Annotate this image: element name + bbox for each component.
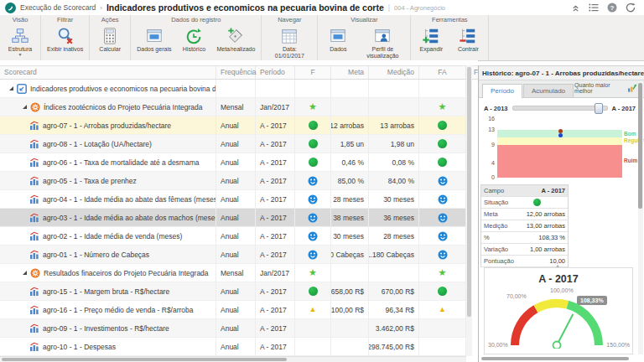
cell-f-status — [295, 319, 331, 337]
campo-row-meta: Meta12,00 arrobas — [481, 209, 568, 220]
status-ok-icon — [533, 199, 541, 206]
tree-expander-icon[interactable] — [9, 86, 13, 90]
ribbon-tab-filtrar[interactable]: Filtrar — [41, 15, 89, 25]
ribbon-tab-ferramentas[interactable]: Ferramentas — [411, 15, 488, 25]
ribbon-group-acoes: Ações Calcular — [90, 15, 131, 60]
slider-track[interactable] — [512, 106, 608, 111]
table-row[interactable]: agro-05 - 1 - Taxa de prenhez Anual A - … — [0, 172, 466, 190]
table-row[interactable]: Indicadores produtivos e economicos na p… — [0, 80, 466, 98]
table-row[interactable]: agro-09 - 1 - Investimentos - R$/hectare… — [0, 319, 466, 338]
table-row[interactable]: agro-02 - 1 - Idade média de venda (mese… — [0, 227, 466, 246]
column-header-medicao[interactable]: Medição — [369, 66, 419, 79]
breadcrumb-app[interactable]: Execução de Scorecard — [20, 3, 96, 12]
gauge-collapse-caret-icon[interactable]: ▲ — [555, 263, 560, 268]
scrollbar-thumb[interactable] — [467, 67, 471, 317]
row-label: agro-02 - 1 - Idade média de venda (mese… — [43, 232, 182, 240]
slider-from-label: A - 2013 — [484, 105, 508, 112]
topbar: Execução de Scorecard › Indicadores prod… — [0, 0, 644, 15]
calculator-icon — [101, 27, 119, 45]
cell-frequencia: Anual — [216, 282, 256, 300]
ribbon-button-exibir-inativos[interactable]: Exibir inativos — [43, 25, 87, 60]
gauge-title: A - 2017 — [485, 273, 632, 285]
collapse-all-icon[interactable] — [571, 3, 580, 13]
table-row[interactable]: agro-16 - 1 - Preço médio de venda - R$/… — [0, 301, 466, 319]
table-row[interactable]: agro-01 - 1 - Número de Cabeças Anual A … — [0, 246, 466, 264]
column-header-periodo[interactable]: Período — [256, 66, 295, 79]
cell-meta: 38 meses — [331, 209, 369, 226]
cell-f-status — [295, 153, 331, 171]
table-row[interactable]: Resultados finaceiros do Projeto Pecuári… — [0, 264, 466, 282]
campo-row-medicao: Medição13,00 arrobas — [481, 220, 568, 232]
column-header-scorecard[interactable]: Scorecard — [0, 66, 216, 79]
cell-medicao — [369, 98, 419, 116]
row-label: Índices zootécnicos do Projeto Pecuária … — [44, 103, 202, 111]
table-row[interactable]: agro-07 - 1 - Arrobas produzidas/hectare… — [0, 116, 466, 135]
ribbon-tab-acoes[interactable]: Ações — [90, 15, 130, 25]
history-band-chart: 1613940BomRegularRuim — [497, 119, 622, 178]
column-header-meta[interactable]: Meta — [331, 66, 369, 79]
table-row[interactable]: agro-06 - 1 - Taxa de mortalidade até a … — [0, 153, 466, 172]
cell-fa-status — [419, 135, 466, 153]
ribbon-button-expandir[interactable]: Expandir — [413, 25, 449, 60]
column-header-f[interactable]: F — [295, 66, 331, 79]
status-star-icon: ★ — [439, 268, 447, 277]
tree-expander-icon[interactable] — [23, 271, 27, 275]
table-row[interactable]: agro-10 - 1 - Despesas Anual A - 2017 29… — [0, 338, 466, 356]
ribbon-button-meta-realizado[interactable]: Meta/realizado — [212, 25, 259, 60]
panel-vertical-scrollbar[interactable] — [638, 81, 643, 354]
cell-periodo: A - 2017 — [256, 227, 295, 245]
title-pipe: | — [388, 3, 390, 12]
y-axis-tick: 4 — [481, 160, 495, 166]
ribbon-button-perfil-de-visualizacao[interactable]: Perfil de visualização — [356, 25, 408, 60]
ribbon-button-contrair[interactable]: Contrair — [449, 25, 486, 60]
table-vertical-scrollbar[interactable] — [466, 65, 472, 356]
table-row[interactable]: agro-15 - 1 - Margem bruta - R$/hectare … — [0, 282, 466, 301]
page-title: Indicadores produtivos e economicos na p… — [106, 3, 384, 13]
dropdown-caret-icon: ▼ — [18, 53, 23, 56]
cell-fa-status: ▲ — [419, 301, 466, 318]
view-list-icon[interactable] — [589, 3, 599, 12]
row-label: agro-16 - 1 - Preço médio de venda - R$/… — [43, 306, 194, 314]
status-smiley-icon — [308, 250, 318, 260]
cell-meta: 100,00 R$ — [331, 301, 369, 318]
table-body: Indicadores produtivos e economicos na p… — [0, 80, 466, 356]
ribbon-tab-visualizar[interactable]: Visualizar — [318, 15, 410, 25]
band-label-bom: Bom — [624, 131, 636, 137]
column-header-fa[interactable]: FA — [419, 66, 466, 79]
cell-f-status — [295, 209, 331, 226]
status-ok-icon — [438, 287, 447, 296]
ribbon-tab-navegar[interactable]: Navegar — [262, 15, 317, 25]
profile-icon — [373, 27, 392, 45]
ribbon-button-calcular[interactable]: Calcular — [91, 25, 128, 60]
row-label: Resultados finaceiros do Projeto Pecuári… — [44, 269, 209, 277]
refresh-icon[interactable] — [626, 3, 636, 13]
panel-tab-periodo[interactable]: Período — [482, 84, 522, 98]
cell-frequencia: Anual — [216, 301, 256, 318]
ribbon-button-data-01-01-2017[interactable]: Data: 01/01/2017 ▼ — [263, 25, 315, 64]
panel-tab-acumulado[interactable]: Acumulado — [523, 84, 574, 97]
column-header-frequencia[interactable]: Frequência — [216, 66, 256, 79]
table-horizontal-scrollbar[interactable] — [0, 356, 466, 362]
cell-medicao: 96,34 R$ — [369, 301, 419, 318]
scrollbar-thumb[interactable] — [481, 357, 629, 360]
scrollbar-thumb[interactable] — [2, 358, 287, 361]
scrollbar-thumb[interactable] — [638, 83, 642, 209]
table-row[interactable]: agro-08 - 1 - Lotação (UA/hectare) Anual… — [0, 135, 466, 153]
ribbon-tab-dados-do-registro[interactable]: Dados do registro — [131, 15, 261, 25]
ribbon-button-dados-gerais[interactable]: Dados gerais — [132, 25, 175, 60]
panel-tabbar: PeríodoAcumulado Quanto maior melhor — [479, 80, 644, 98]
panel-horizontal-scrollbar[interactable] — [481, 357, 635, 360]
table-row[interactable]: Índices zootécnicos do Projeto Pecuária … — [0, 98, 466, 116]
slider-handle[interactable] — [595, 103, 603, 114]
row-label: agro-05 - 1 - Taxa de prenhez — [43, 177, 137, 185]
table-row[interactable]: agro-04 - 1 - Idade média ao abate das f… — [0, 190, 466, 209]
ribbon-button-dados[interactable]: Dados — [319, 25, 356, 60]
ribbon-button-estrutura[interactable]: Estrutura ▼ — [2, 25, 39, 60]
row-label: agro-09 - 1 - Investimentos - R$/hectare — [43, 324, 169, 333]
ribbon-tab-visao[interactable]: Visão — [0, 15, 40, 25]
chart-band-regular — [497, 137, 622, 145]
tree-expander-icon[interactable] — [23, 105, 27, 109]
help-icon[interactable]: ? — [607, 3, 617, 13]
table-row[interactable]: agro-03 - 1 - Idade média ao abate dos m… — [0, 209, 466, 227]
ribbon-button-historico[interactable]: Histórico — [175, 25, 212, 60]
